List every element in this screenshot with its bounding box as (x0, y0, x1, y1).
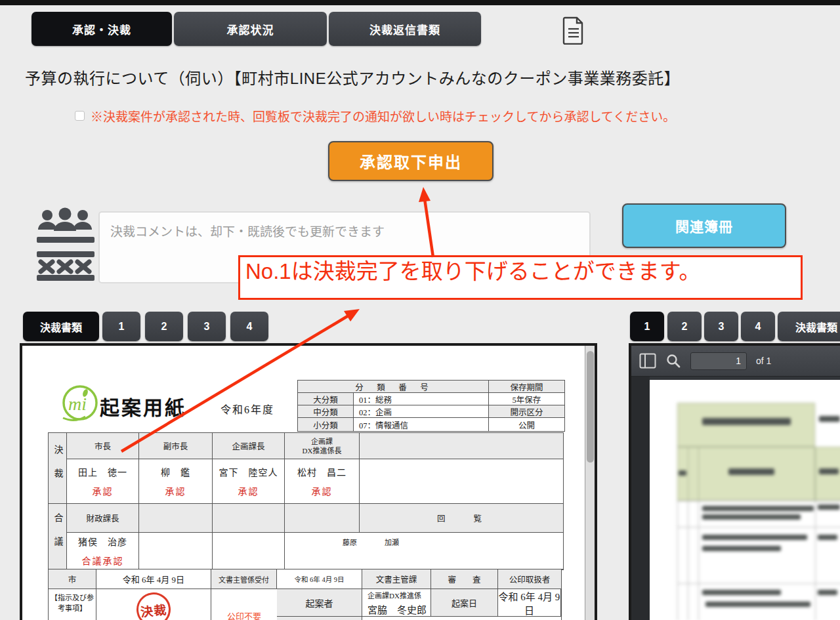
seal-note: 公印不要 (211, 589, 277, 620)
draft-document-preview: mi 起案用紙 令和6年度 分 類 番 号 保存期間 大分類 01：総務 5年保… (20, 343, 597, 620)
document-scrollbar[interactable] (585, 346, 595, 620)
right-tab-decision-docs[interactable]: 決裁書類 (778, 312, 840, 341)
right-tab-decision-docs-label: 決裁書類 (795, 319, 837, 335)
review-header: 審 査 (431, 569, 498, 589)
council-title-empty-3 (285, 504, 360, 533)
mid-class-value: 02：企画 (354, 405, 489, 418)
pdf-toolbar: 1 of 1 (631, 346, 840, 377)
left-tab-decision-docs[interactable]: 決裁書類 (23, 312, 99, 341)
reference-cell: 【指示及び参考事項】 637706 (49, 589, 96, 620)
tab-approval-decision[interactable]: 承認・決裁 (32, 12, 172, 46)
blurred-document-content (650, 380, 840, 620)
fiscal-year: 令和6年度 (220, 401, 274, 417)
withdraw-approval-button[interactable]: 承認取下申出 (328, 141, 494, 181)
left-tab-3[interactable]: 3 (188, 312, 226, 341)
approver-title-mayor: 市長 (67, 433, 139, 459)
minor-class-label: 小分類 (298, 418, 354, 431)
right-tab-3-label: 3 (719, 321, 724, 333)
tab-approval-status-label: 承認状況 (227, 21, 274, 37)
desk-label: 文書主管係受付 (211, 569, 277, 589)
drafter-table: 市 令和 6年 4月 9日 文書主管係受付 令和 6年 4月 9日 文書主管課 … (48, 569, 562, 620)
council-title-empty-1 (139, 504, 213, 533)
right-tab-1-label: 1 (644, 321, 650, 333)
partial-row-label (277, 617, 362, 620)
notice-row: ※決裁案件が承認された時、回覧板で決裁完了の通知が欲しい時はチェックしてから承認… (75, 107, 675, 125)
approval-table: 決裁 市長 副市長 企画課長 企画課 DX推進係長 田上 徳一 承認 柳 鑑 承… (48, 432, 564, 570)
council-title-finance-chief: 財政課長 (67, 504, 139, 533)
council-cell-empty-2 (213, 533, 285, 569)
drafter-cell: 企画課DX推進係 宮脇 冬史郎 (362, 589, 431, 617)
city-label: 市 (49, 569, 96, 589)
left-tab-1-label: 1 (119, 321, 125, 333)
page-number-input[interactable]: 1 (690, 352, 747, 370)
draft-date: 令和 6年 4月 9日 (498, 589, 561, 617)
pdf-page-preview (650, 380, 840, 620)
disclosure-header: 開示区分 (489, 405, 564, 418)
municipality-logo-icon: mi (60, 384, 100, 424)
classification-header: 分 類 番 号 (298, 381, 489, 393)
withdraw-approval-label: 承認取下申出 (360, 150, 462, 173)
right-tab-2[interactable]: 2 (667, 312, 702, 341)
left-tab-4[interactable]: 4 (230, 312, 268, 341)
draft-date-label: 起案日 (431, 589, 498, 617)
right-tab-1[interactable]: 1 (630, 312, 664, 341)
right-tab-4-label: 4 (755, 321, 761, 333)
mid-class-label: 中分類 (298, 405, 354, 418)
circulation-header: 回 覧 (360, 504, 563, 533)
disclosure-value: 公開 (489, 418, 564, 431)
annotation-text: No.1は決裁完了を取り下げることができます。 (245, 259, 700, 283)
pdf-viewer: 1 of 1 (629, 343, 840, 620)
retention-header: 保存期間 (489, 381, 564, 393)
major-class-label: 大分類 (298, 393, 354, 405)
related-books-label: 関連簿冊 (675, 216, 733, 236)
seal-handler-header: 公印取扱者 (498, 569, 561, 589)
form-title: 起案用紙 (100, 392, 186, 421)
page-title: 予算の執行について（伺い）【町村市LINE公式アカウントみんなのクーポン事業業務… (25, 66, 680, 89)
svg-text:mi: mi (68, 394, 87, 414)
related-books-button[interactable]: 関連簿冊 (622, 203, 786, 248)
tab-reply-documents[interactable]: 決裁返信書類 (329, 12, 481, 46)
approver-title-planning-chief: 企画課長 (213, 433, 285, 459)
approver-cell-planning-chief: 宮下 陸空人 承認 (213, 459, 285, 504)
left-tab-3-label: 3 (204, 321, 210, 333)
approver-title-deputy-mayor: 副市長 (139, 433, 213, 459)
document-scrollbar-thumb[interactable] (587, 351, 594, 463)
approver-cell-mayor: 田上 徳一 承認 (67, 459, 139, 504)
desk-date: 令和 6年 4月 9日 (277, 569, 362, 589)
pdf-sidebar-strip (631, 377, 650, 620)
retention-value: 5年保存 (489, 393, 564, 405)
approver-title-dx-chief: 企画課 DX推進係長 (285, 433, 360, 459)
document-icon[interactable] (562, 16, 585, 45)
page-number-value: 1 (736, 356, 741, 366)
right-tab-4[interactable]: 4 (741, 312, 775, 341)
council-title-empty-2 (213, 504, 285, 533)
decision-stamp: 決裁 (135, 590, 172, 620)
notice-text: ※決裁案件が承認された時、回覧板で決裁完了の通知が欲しい時はチェックしてから承認… (91, 107, 675, 125)
people-list-icon (37, 207, 94, 282)
review-stamp-cell: 決裁 令和 6年 4月 9日 (96, 589, 211, 620)
top-strip (0, 0, 840, 5)
search-icon[interactable] (665, 353, 681, 369)
drafter-label: 起案者 (277, 589, 362, 617)
tab-approval-status[interactable]: 承認状況 (174, 12, 327, 46)
city-date: 令和 6年 4月 9日 (96, 569, 211, 589)
council-group-label: 合議 (49, 504, 67, 569)
doc-section-header: 文書主管課 (362, 569, 431, 589)
left-tab-decision-docs-label: 決裁書類 (40, 319, 82, 335)
left-tab-1[interactable]: 1 (102, 312, 140, 341)
classification-table: 分 類 番 号 保存期間 大分類 01：総務 5年保存 中分類 02：企画 開示… (297, 380, 565, 432)
approval-group-label: 決裁 (49, 433, 67, 504)
left-tab-2[interactable]: 2 (145, 312, 183, 341)
circulation-names-cell: 藤原 加瀬 (285, 533, 563, 569)
approver-cell-dx-chief: 松村 昌二 承認 (285, 459, 360, 504)
approver-cell-deputy-mayor: 柳 鑑 承認 (139, 459, 213, 504)
approval-page: { "colors": { "accent_red": "#f5300e", "… (0, 0, 840, 620)
council-cell-empty-1 (139, 533, 213, 569)
right-tab-3[interactable]: 3 (704, 312, 738, 341)
annotation-box: No.1は決裁完了を取り下げることができます。 (238, 255, 803, 300)
tab-approval-decision-label: 承認・決裁 (72, 21, 131, 37)
council-cell-finance-chief: 猪俣 治彦 合議承認 (67, 533, 139, 569)
major-class-value: 01：総務 (354, 393, 489, 405)
notify-checkbox[interactable] (75, 111, 85, 121)
sidebar-toggle-icon[interactable] (639, 353, 656, 369)
